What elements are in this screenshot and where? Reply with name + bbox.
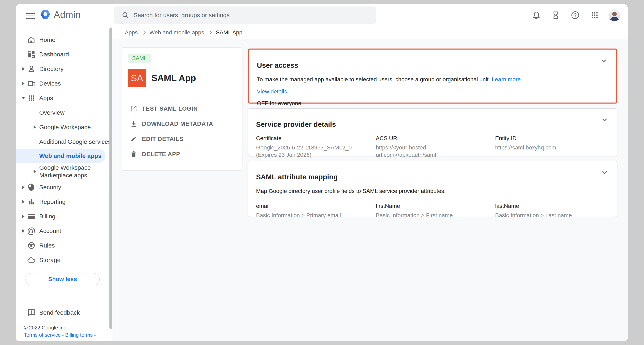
terms-of-service-link[interactable]: Terms of service	[24, 332, 61, 338]
notifications-bell-icon[interactable]	[531, 10, 542, 21]
devices-icon	[27, 79, 36, 88]
service-provider-details-card[interactable]: Service provider details Certificate Goo…	[248, 108, 617, 156]
hourglass-tasks-icon[interactable]	[550, 10, 562, 21]
expand-arrow-icon	[34, 126, 36, 129]
chevron-down-icon[interactable]	[599, 56, 608, 65]
sidebar-item-apps[interactable]: Apps	[16, 91, 112, 105]
download-metadata-button[interactable]: DOWNLOAD METADATA	[122, 116, 242, 132]
main-menu-button[interactable]	[25, 10, 36, 21]
download-icon	[130, 120, 138, 128]
sidebar-item-label: Home	[39, 36, 56, 43]
sidebar-item-overview[interactable]: Overview	[16, 105, 112, 120]
field-label: ACS URL	[376, 135, 495, 142]
steering-wheel-icon	[27, 241, 36, 250]
search-input[interactable]	[133, 12, 374, 19]
attribute-mapping-description: Map Google directory user profile fields…	[256, 188, 609, 195]
saml-attribute-mapping-card[interactable]: SAML attribute mapping Map Google direct…	[248, 161, 617, 217]
pencil-icon	[130, 135, 138, 143]
google-admin-logo[interactable]: Admin	[40, 8, 81, 21]
card-divider	[122, 98, 242, 98]
app-title: SAML App	[152, 73, 196, 83]
home-icon	[27, 35, 36, 44]
field-value: https://<your-hosted-url.com>/api/oauth/…	[376, 144, 457, 158]
sidebar-item-label: Overview	[39, 109, 64, 116]
field-value: Basic Information > Last name	[495, 212, 609, 219]
expand-arrow-icon	[22, 186, 24, 189]
field-label: Entity ID	[495, 135, 609, 142]
chevron-right-icon	[142, 30, 146, 34]
field-label: lastName	[495, 203, 609, 209]
send-feedback-label: Send feedback	[39, 309, 80, 316]
sidebar-scrollbar[interactable]	[110, 28, 112, 329]
show-less-button[interactable]: Show less	[26, 273, 100, 285]
sidebar-item-billing[interactable]: Billing	[16, 209, 112, 224]
field-label: Certificate	[256, 135, 376, 142]
sidebar-item-reporting[interactable]: Reporting	[16, 194, 112, 209]
copyright-text: © 2022 Google Inc.	[24, 324, 112, 331]
directory-icon	[27, 64, 36, 74]
chevron-down-icon[interactable]	[600, 116, 609, 124]
sidebar-item-additional-google-services[interactable]: Additional Google services	[16, 134, 112, 149]
cloud-icon	[27, 256, 36, 265]
apps-icon	[27, 94, 36, 103]
expand-arrow-icon	[22, 67, 24, 71]
edit-details-button[interactable]: EDIT DETAILS	[122, 132, 242, 146]
sidebar-item-label: Directory	[39, 66, 64, 72]
sidebar-item-dashboard[interactable]: Dashboard	[16, 47, 112, 62]
sidebar-nav: Home Dashboard	[16, 26, 112, 341]
entity-id-field: Entity ID https://saml.boxyhq.com	[495, 135, 609, 158]
sidebar-item-storage[interactable]: Storage	[16, 253, 112, 267]
sidebar-divider	[16, 302, 112, 302]
sidebar-item-directory[interactable]: Directory	[16, 62, 112, 76]
firstname-mapping-field: firstName Basic Information > First name	[376, 203, 495, 219]
action-label: DOWNLOAD METADATA	[142, 120, 213, 127]
global-search	[114, 6, 376, 24]
collapse-arrow-icon	[22, 97, 25, 99]
user-access-status: OFF for everyone	[257, 100, 608, 106]
field-value: Basic Information > Primary email	[256, 212, 376, 219]
svg-text:?: ?	[574, 12, 577, 18]
saml-badge: SAML	[128, 54, 152, 63]
field-value: Google_2026-6-22-113953_SAML2_0 (Expires…	[256, 144, 361, 158]
learn-more-link[interactable]: Learn more	[492, 76, 520, 82]
sidebar-item-label: Apps	[39, 95, 53, 102]
breadcrumb-current-page: SAML App	[216, 29, 242, 36]
sidebar-item-web-and-mobile-apps[interactable]: Web and mobile apps	[16, 149, 106, 163]
sidebar-item-marketplace-apps[interactable]: Google Workspace Marketplace apps	[16, 163, 112, 180]
expand-arrow-icon	[34, 170, 36, 173]
view-details-link[interactable]: View details	[257, 88, 287, 95]
chevron-down-icon[interactable]	[600, 168, 609, 177]
credit-card-icon	[27, 212, 36, 221]
lastname-mapping-field: lastName Basic Information > Last name	[495, 203, 609, 219]
sidebar-item-label: Devices	[39, 80, 61, 87]
card-title: User access	[257, 61, 608, 70]
field-value: https://saml.boxyhq.com	[495, 144, 609, 151]
certificate-field: Certificate Google_2026-6-22-113953_SAML…	[256, 135, 376, 158]
breadcrumb-web-and-mobile-apps[interactable]: Web and mobile apps	[150, 29, 204, 36]
delete-app-button[interactable]: DELETE APP	[122, 146, 242, 162]
billing-terms-link[interactable]: Billing terms	[65, 332, 93, 338]
account-avatar[interactable]	[608, 9, 620, 21]
apps-grid-icon[interactable]	[589, 10, 600, 21]
user-access-card[interactable]: User access To make the managed app avai…	[248, 48, 617, 104]
feedback-icon	[27, 308, 36, 317]
send-feedback-button[interactable]: Send feedback	[16, 305, 112, 320]
sidebar-item-label: Reporting	[39, 198, 66, 205]
trash-icon	[130, 150, 138, 158]
action-label: TEST SAML LOGIN	[142, 105, 198, 112]
breadcrumb-apps[interactable]: Apps	[125, 29, 138, 36]
email-mapping-field: email Basic Information > Primary email	[256, 203, 376, 219]
expand-arrow-icon	[22, 82, 24, 85]
sidebar-item-rules[interactable]: Rules	[16, 238, 112, 253]
card-title: Service provider details	[256, 120, 609, 129]
help-icon[interactable]: ?	[570, 10, 581, 21]
footer-separator: -	[62, 332, 64, 338]
sidebar-item-devices[interactable]: Devices	[16, 76, 112, 91]
test-saml-login-button[interactable]: TEST SAML LOGIN	[122, 101, 242, 116]
sidebar-item-security[interactable]: Security	[16, 180, 112, 194]
sidebar-item-account[interactable]: @ Account	[16, 224, 112, 238]
sidebar-item-home[interactable]: Home	[16, 32, 112, 47]
sidebar-item-google-workspace[interactable]: Google Workspace	[16, 120, 112, 134]
at-sign-icon: @	[27, 226, 36, 236]
footer-separator: -	[94, 332, 96, 338]
